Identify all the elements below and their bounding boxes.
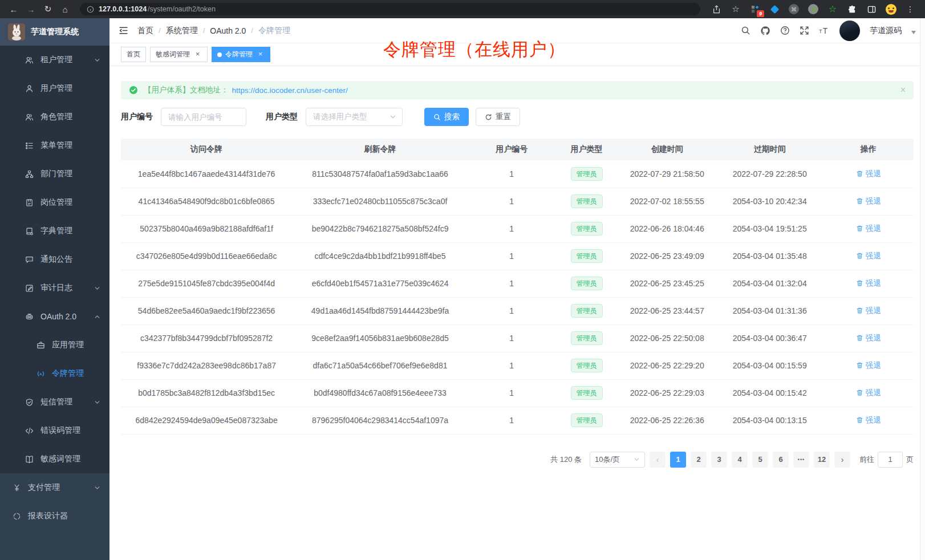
next-page-button[interactable]: ›: [834, 452, 850, 468]
force-logout-button[interactable]: 强退: [856, 360, 881, 371]
page-button-1[interactable]: 1: [670, 452, 686, 468]
sidebar-item-oauth2-app[interactable]: 应用管理: [0, 331, 109, 359]
browser-home-button[interactable]: ⌂: [57, 2, 73, 17]
sidebar-item-dept[interactable]: 部门管理: [0, 160, 109, 188]
force-logout-button[interactable]: 强退: [856, 169, 881, 179]
sidebar-item-post[interactable]: 岗位管理: [0, 188, 109, 217]
share-icon[interactable]: [711, 3, 722, 15]
view-tab-敏感词管理[interactable]: 敏感词管理 ×: [150, 47, 208, 62]
refresh-token-cell: 49d1aa46d1454fbd87591444423be9fa: [292, 297, 468, 324]
force-logout-button[interactable]: 强退: [856, 196, 881, 206]
user-type-cell: 管理员: [555, 242, 618, 270]
search-icon[interactable]: [741, 26, 750, 35]
github-icon[interactable]: [760, 26, 770, 36]
puzzle-extension-icon[interactable]: [846, 3, 858, 15]
force-logout-button[interactable]: 强退: [856, 333, 881, 343]
page-content: 【用户体系】文档地址： https://doc.iocoder.cn/user-…: [109, 66, 925, 560]
breadcrumb-system[interactable]: 系统管理: [166, 26, 198, 36]
user-avatar[interactable]: [839, 21, 860, 41]
browser-back-button[interactable]: ←: [6, 2, 22, 17]
prev-page-button[interactable]: ‹: [650, 452, 666, 468]
command-extension-icon[interactable]: ⌘: [788, 3, 800, 15]
browser-menu-icon[interactable]: ⋮: [904, 3, 916, 15]
page-button-3[interactable]: 3: [711, 452, 727, 468]
sidebar-item-oauth2-token[interactable]: A 令牌管理: [0, 359, 109, 388]
font-size-icon[interactable]: TT: [819, 26, 830, 35]
user-id-cell: 1: [468, 297, 555, 324]
goto-page-input[interactable]: [878, 452, 903, 468]
user-type-cell: 管理员: [555, 215, 618, 242]
created-at-cell: 2022-06-25 23:44:57: [618, 297, 716, 324]
page-size-select[interactable]: 10条/页: [590, 452, 645, 468]
refresh-token-cell: b0df4980ffd34c67a08f9156e4eee733: [292, 379, 468, 407]
page-button-6[interactable]: 6: [773, 452, 789, 468]
sidebar-item-audit[interactable]: 审计日志: [0, 274, 109, 302]
browser-forward-button[interactable]: →: [23, 2, 39, 17]
sidebar-item-label: 菜单管理: [40, 140, 72, 151]
sidebar-item-role[interactable]: 角色管理: [0, 103, 109, 131]
user-type-badge: 管理员: [571, 359, 603, 372]
access-token-cell: c347026e805e4d99b0d116eae66eda8c: [121, 242, 292, 270]
force-logout-button[interactable]: 强退: [856, 224, 881, 234]
username[interactable]: 芋道源码: [870, 26, 902, 36]
trash-icon: [856, 416, 863, 424]
force-logout-button[interactable]: 强退: [856, 278, 881, 289]
page-scrollbar[interactable]: [920, 18, 925, 560]
address-bar[interactable]: 127.0.0.1:1024/system/oauth2/token: [80, 3, 700, 15]
action-cell: 强退: [823, 160, 914, 188]
page-button-12[interactable]: 12: [814, 452, 830, 468]
refresh-token-cell: be90422b8c7946218275a508bf524fc9: [292, 215, 468, 242]
sidebar-item-notice[interactable]: 通知公告: [0, 245, 109, 274]
reset-button[interactable]: 重置: [476, 108, 520, 126]
gem-extension-icon[interactable]: [769, 3, 780, 15]
app-logo[interactable]: 芋道管理系统: [0, 18, 109, 46]
force-logout-button[interactable]: 强退: [856, 415, 881, 425]
page-ellipsis-button[interactable]: •••: [793, 452, 809, 468]
extension-grid-icon[interactable]: 9: [749, 3, 761, 15]
bookmark-star-icon[interactable]: ☆: [730, 3, 741, 15]
record-extension-icon[interactable]: [808, 3, 819, 15]
page-button-4[interactable]: 4: [732, 452, 748, 468]
user-menu-caret-icon[interactable]: [911, 31, 916, 34]
sidebar-item-dict[interactable]: 字典管理: [0, 217, 109, 245]
tab-close-icon[interactable]: ×: [256, 50, 265, 59]
force-logout-button[interactable]: 强退: [856, 388, 881, 398]
star-extension-icon[interactable]: ☆: [827, 3, 838, 15]
help-icon[interactable]: [780, 26, 790, 35]
url-path: /system/oauth2/token: [148, 5, 216, 13]
sidebar-item-errcode[interactable]: 错误码管理: [0, 416, 109, 445]
sidebar-item-oauth2[interactable]: OAuth 2.0: [0, 302, 109, 331]
menu-icon: [25, 141, 34, 150]
breadcrumb-oauth2[interactable]: OAuth 2.0: [210, 26, 246, 35]
sidebar-fold-icon[interactable]: [119, 26, 128, 35]
tab-close-icon[interactable]: ×: [193, 50, 202, 59]
page-button-2[interactable]: 2: [691, 452, 707, 468]
sidebar-item-sms[interactable]: 短信管理: [0, 388, 109, 416]
view-tab-首页[interactable]: 首页: [121, 47, 146, 62]
user-type-select[interactable]: 请选择用户类型: [306, 108, 403, 126]
alert-close-icon[interactable]: ×: [900, 85, 906, 95]
user-type-cell: 管理员: [555, 160, 618, 188]
refresh-token-cell: dfa6c71a50a54c66bef706ef9e6e8d81: [292, 352, 468, 379]
site-info-icon[interactable]: [87, 6, 94, 13]
profile-avatar-icon[interactable]: [885, 3, 896, 15]
page-button-5[interactable]: 5: [752, 452, 768, 468]
browser-reload-button[interactable]: ↻: [40, 2, 56, 17]
side-panel-icon[interactable]: [866, 3, 877, 15]
user-id-input[interactable]: [161, 108, 246, 126]
sidebar-item-menu[interactable]: 菜单管理: [0, 131, 109, 160]
sidebar-item-user[interactable]: 用户管理: [0, 74, 109, 103]
view-tab-令牌管理[interactable]: 令牌管理 ×: [212, 47, 270, 62]
expires-at-cell: 2054-03-04 01:32:04: [716, 270, 823, 297]
search-button[interactable]: 搜索: [424, 108, 469, 126]
sidebar-item-pay[interactable]: 支付管理: [0, 473, 109, 502]
column-header: 刷新令牌: [292, 139, 468, 160]
force-logout-button[interactable]: 强退: [856, 306, 881, 316]
sidebar-item-report[interactable]: 报表设计器: [0, 502, 109, 530]
breadcrumb-home[interactable]: 首页: [137, 26, 153, 36]
doc-link[interactable]: https://doc.iocoder.cn/user-center/: [232, 86, 348, 95]
fullscreen-icon[interactable]: [800, 26, 809, 35]
sidebar-item-sensitive[interactable]: 敏感词管理: [0, 445, 109, 473]
sidebar-item-tenant[interactable]: 租户管理: [0, 46, 109, 74]
force-logout-button[interactable]: 强退: [856, 251, 881, 261]
